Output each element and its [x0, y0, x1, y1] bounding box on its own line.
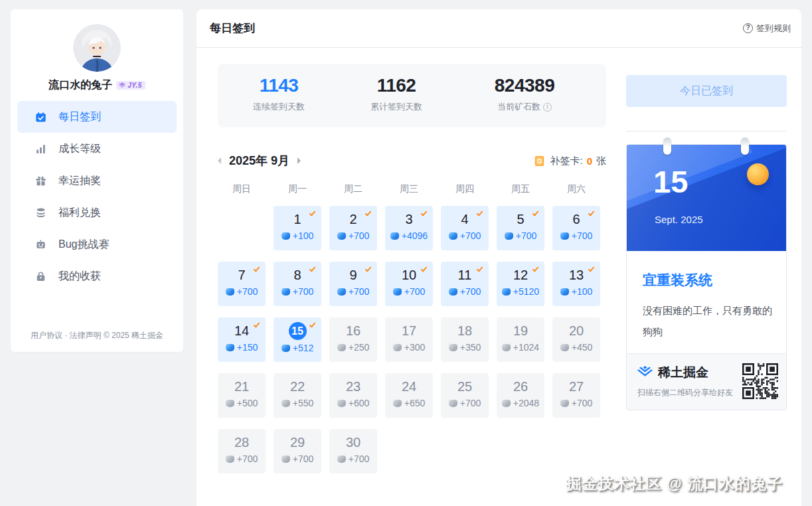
calendar-day-cell: 16 +250 [329, 317, 377, 362]
day-reward: +100 [572, 286, 593, 297]
day-reward: +700 [404, 286, 426, 297]
sidebar-menu: 每日签到 成长等级 幸运抽奖 福利兑换 Bug挑战赛 我的收获 [11, 101, 183, 292]
checkin-rules-link[interactable]: ? 签到规则 [743, 23, 791, 35]
ore-icon [226, 344, 234, 351]
calendar-day-cell: 15 +512 [274, 317, 321, 362]
day-reward: +250 [349, 342, 370, 353]
watermark: 掘金技术社区 @ 流口水的兔子 [566, 473, 783, 494]
stats-bar: 1143 连续签到天数! 1162 累计签到天数! 824389 当前矿石数! [218, 64, 606, 127]
day-reward: +700 [460, 286, 481, 297]
day-reward: +300 [404, 342, 426, 353]
next-month-icon[interactable] [297, 157, 301, 164]
ore-icon [282, 345, 290, 352]
day-number: 19 [513, 322, 528, 339]
level-badge: JY.5 [116, 81, 145, 90]
weekday-label: 周二 [329, 183, 377, 195]
weekday-label: 周五 [497, 183, 544, 195]
info-icon[interactable]: ! [543, 103, 552, 112]
day-reward: +2048 [513, 398, 539, 408]
day-number: 21 [234, 378, 249, 395]
check-icon [477, 209, 483, 216]
day-number: 18 [457, 322, 472, 339]
sidebar-item-label: 我的收获 [58, 270, 101, 284]
ore-icon [393, 400, 402, 407]
calendar-day-cell: 26 +2048 [497, 373, 544, 418]
card-day-number: 15 [653, 163, 688, 200]
day-reward: +700 [572, 398, 593, 408]
day-number: 23 [346, 378, 361, 395]
stat-value: 1162 [360, 75, 433, 96]
level-diamond-icon [119, 82, 125, 89]
signed-today-button[interactable]: 今日已签到 [626, 75, 787, 107]
coins-icon [35, 207, 46, 218]
calendar-day-cell: 27 +700 [552, 373, 600, 418]
growth-level-icon [35, 143, 46, 155]
sidebar-item-calendar-check[interactable]: 每日签到 [17, 101, 177, 133]
main-header: 每日签到 ? 签到规则 [197, 9, 801, 48]
day-reward: +350 [460, 342, 481, 353]
ore-icon [337, 232, 346, 240]
ore-icon [560, 288, 569, 295]
card-body: 宜重装系统 没有困难的工作，只有勇敢的狗狗 [627, 251, 786, 343]
gift-icon [35, 175, 46, 187]
day-number: 26 [513, 378, 528, 395]
sidebar-item-bag[interactable]: 我的收获 [17, 260, 177, 292]
calendar-day-cell: 8 +700 [274, 262, 321, 306]
sidebar-item-robot[interactable]: Bug挑战赛 [17, 228, 177, 260]
day-number: 9 [349, 266, 357, 284]
sidebar-item-growth-level[interactable]: 成长等级 [17, 133, 177, 165]
weekday-label: 周四 [441, 183, 489, 195]
day-number: 17 [402, 322, 416, 339]
calendar-ring-icon [741, 137, 749, 155]
day-reward: +700 [237, 286, 258, 297]
avatar[interactable] [73, 24, 121, 72]
stat-value: 824389 [471, 75, 578, 96]
stat-label: 当前矿石数 [497, 101, 540, 113]
check-icon [365, 209, 372, 216]
calendar-check-icon [35, 111, 46, 123]
sidebar-item-label: Bug挑战赛 [58, 238, 109, 252]
card-cover-image: 15 Sept. 2025 [627, 145, 786, 251]
weekday-label: 周三 [385, 183, 433, 195]
day-number: 28 [234, 434, 249, 451]
makeup-card-counter[interactable]: 补签卡: 0 张 [533, 155, 606, 167]
day-reward: +512 [293, 343, 314, 353]
calendar-day-cell: 18 +350 [441, 317, 489, 362]
calendar-day-cell: 10 +700 [385, 262, 433, 306]
day-reward: +700 [349, 286, 370, 297]
ore-icon [502, 344, 511, 351]
day-reward: +100 [293, 230, 314, 241]
makeup-card-unit: 张 [596, 155, 606, 167]
ore-icon [502, 400, 511, 407]
day-reward: +450 [572, 342, 593, 353]
day-number: 11 [458, 266, 472, 284]
ore-icon [505, 232, 513, 240]
sidebar: 流口水的兔子 JY.5 每日签到 成长等级 幸运抽奖 福利兑换 Bug挑战赛 我… [11, 9, 183, 352]
check-icon [309, 265, 316, 272]
level-badge-label: JY.5 [127, 82, 142, 89]
month-nav: 2025年 9月 [218, 153, 301, 169]
day-reward: +5120 [513, 286, 539, 297]
qr-code [742, 363, 778, 399]
ore-icon [449, 232, 457, 240]
check-icon [365, 265, 372, 272]
calendar-day-cell: 29 +700 [274, 429, 321, 473]
sidebar-item-coins[interactable]: 福利兑换 [17, 197, 177, 228]
calendar-day-cell: 19 +1024 [497, 317, 544, 362]
ore-icon [337, 456, 346, 463]
ore-icon [449, 344, 457, 351]
day-reward: +600 [349, 398, 370, 408]
calendar-day-cell: 1 +100 [274, 206, 321, 250]
day-reward: +700 [460, 398, 481, 408]
day-number: 27 [569, 378, 584, 395]
bag-icon [35, 270, 46, 282]
calendar-day-cell: 30 +700 [329, 429, 377, 473]
sidebar-item-gift[interactable]: 幸运抽奖 [17, 165, 177, 197]
prev-month-icon[interactable] [218, 157, 221, 164]
day-number: 3 [405, 211, 412, 228]
ore-icon [226, 288, 234, 295]
day-number: 24 [402, 378, 416, 395]
day-number: 30 [346, 434, 361, 451]
month-label: 2025年 9月 [229, 153, 289, 169]
weekday-label: 周日 [218, 183, 266, 195]
